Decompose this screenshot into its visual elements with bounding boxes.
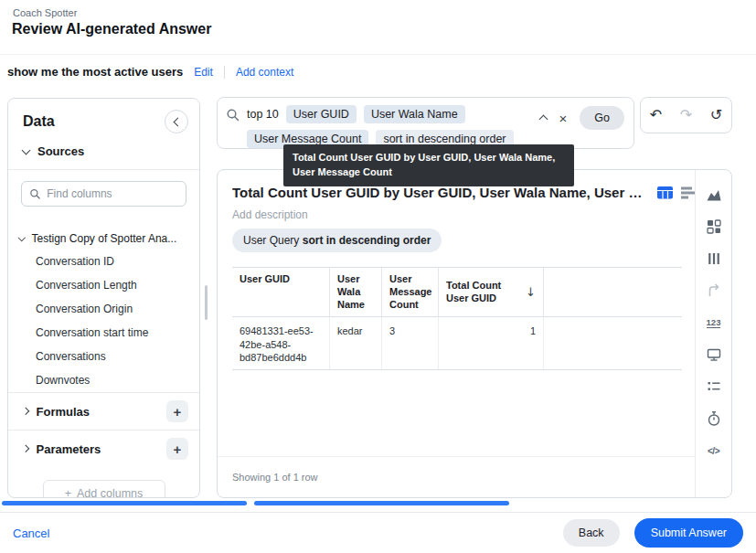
column-header-label: Total Count User GUID bbox=[446, 280, 522, 305]
undo-icon[interactable]: ↶ bbox=[650, 108, 662, 122]
data-panel: Data Sources Testign Copy of Spotter Ana… bbox=[7, 98, 200, 498]
search-token[interactable]: top 10 bbox=[247, 108, 279, 121]
table-cell-empty bbox=[544, 317, 682, 369]
answer-card: Total Count User GUID by User GUID, User… bbox=[217, 169, 732, 498]
table-cell: kedar bbox=[330, 317, 382, 369]
add-columns-button[interactable]: + Add columns bbox=[43, 480, 165, 498]
add-parameter-button[interactable]: + bbox=[166, 438, 188, 460]
collapse-search-button[interactable] bbox=[540, 110, 547, 126]
app-name: Coach Spotter bbox=[13, 7, 77, 18]
find-columns-input[interactable] bbox=[47, 187, 178, 200]
footer-bar: Cancel Back Submit Answer bbox=[0, 512, 756, 553]
column-header[interactable]: User Message Count bbox=[382, 268, 439, 316]
submit-answer-button[interactable]: Submit Answer bbox=[634, 518, 743, 548]
query-filter-chip[interactable]: User Query sort in descending order bbox=[232, 229, 442, 252]
column-header[interactable]: User Wala Name bbox=[330, 268, 382, 316]
format-123-icon[interactable]: 123 bbox=[706, 314, 722, 331]
column-header-empty bbox=[544, 268, 682, 316]
search-token-chip[interactable]: User Wala Name bbox=[364, 105, 465, 123]
column-item[interactable]: Conversation Length bbox=[8, 273, 199, 297]
add-description-placeholder[interactable]: Add description bbox=[232, 208, 308, 221]
reset-icon[interactable]: ↺ bbox=[710, 108, 722, 122]
view-toggles bbox=[656, 186, 697, 200]
column-header-sorted[interactable]: Total Count User GUID ↓ bbox=[439, 268, 544, 316]
table-cell: 69481331-ee53-42be-a548-bd87be6ddd4b bbox=[232, 317, 330, 369]
parameters-section-toggle[interactable]: Parameters + bbox=[8, 430, 199, 467]
sources-label: Sources bbox=[37, 144, 84, 158]
parameters-label: Parameters bbox=[37, 442, 101, 456]
horizontal-scrollbar-main[interactable] bbox=[254, 501, 509, 505]
source-node[interactable]: Testign Copy of Spotter Ana... bbox=[8, 229, 199, 250]
code-icon[interactable]: </> bbox=[706, 442, 722, 459]
page-title: Review AI-generated Answer bbox=[12, 21, 211, 37]
columns-icon[interactable] bbox=[706, 250, 722, 267]
query-row: show me the most active users Edit Add c… bbox=[7, 65, 293, 79]
column-item[interactable]: Conversation Origin bbox=[8, 297, 199, 321]
column-item[interactable]: Conversations bbox=[8, 345, 199, 368]
search-icon bbox=[226, 108, 240, 122]
spotter-search-bar: top 10 User GUID User Wala Name User Mes… bbox=[217, 97, 634, 149]
query-row-divider bbox=[224, 66, 225, 79]
sources-section-toggle[interactable]: Sources bbox=[8, 141, 199, 170]
cancel-link[interactable]: Cancel bbox=[13, 526, 49, 540]
column-item[interactable]: Conversation ID bbox=[8, 250, 199, 273]
timer-icon[interactable] bbox=[706, 410, 722, 427]
data-panel-title: Data bbox=[23, 113, 55, 130]
filter-prefix: User Query bbox=[243, 234, 299, 247]
formulas-label: Formulas bbox=[37, 405, 91, 419]
answer-title[interactable]: Total Count User GUID by User GUID, User… bbox=[232, 185, 651, 200]
row-count-status: Showing 1 of 1 row bbox=[232, 472, 318, 483]
clear-search-button[interactable]: × bbox=[559, 112, 568, 125]
find-columns-box bbox=[21, 181, 186, 207]
move-icon[interactable] bbox=[706, 282, 722, 299]
pivot-icon[interactable] bbox=[706, 218, 722, 235]
chevron-left-icon bbox=[174, 117, 183, 126]
plus-icon: + bbox=[65, 487, 71, 498]
element-toolbar: 123 </> bbox=[695, 170, 731, 497]
search-icon bbox=[29, 187, 41, 201]
history-toolbar: ↶ ↷ ↺ bbox=[640, 97, 732, 133]
sort-descending-icon: ↓ bbox=[526, 285, 536, 300]
search-bar-controls: × Go bbox=[540, 106, 624, 130]
add-formula-button[interactable]: + bbox=[166, 400, 188, 422]
search-token-chip[interactable]: User GUID bbox=[286, 105, 357, 123]
add-context-link[interactable]: Add context bbox=[236, 66, 293, 79]
result-table: User GUID User Wala Name User Message Co… bbox=[232, 267, 682, 370]
horizontal-scrollbar-left[interactable] bbox=[2, 501, 247, 505]
chevron-down-icon bbox=[22, 146, 31, 155]
data-panel-header: Data bbox=[8, 99, 199, 141]
chevron-right-icon bbox=[22, 445, 29, 452]
column-item[interactable]: Conversation start time bbox=[8, 321, 199, 345]
add-columns-label: Add columns bbox=[77, 487, 143, 498]
redo-icon[interactable]: ↷ bbox=[680, 108, 692, 122]
chevron-down-icon bbox=[18, 234, 26, 241]
card-title-row: Total Count User GUID by User GUID, User… bbox=[232, 185, 697, 200]
edit-query-link[interactable]: Edit bbox=[194, 66, 213, 79]
user-query-text: show me the most active users bbox=[7, 65, 183, 79]
display-icon[interactable] bbox=[706, 346, 722, 363]
header-divider bbox=[0, 54, 756, 55]
title-tooltip: Total Count User GUID by User GUID, User… bbox=[283, 144, 574, 186]
panel-vertical-scrollbar[interactable] bbox=[205, 285, 208, 320]
table-cell: 3 bbox=[382, 317, 439, 369]
chevron-right-icon bbox=[22, 408, 29, 415]
table-view-icon[interactable] bbox=[656, 186, 674, 200]
chevron-up-icon bbox=[538, 115, 548, 124]
list-icon[interactable] bbox=[706, 378, 722, 395]
chart-icon[interactable] bbox=[706, 186, 722, 203]
table-cell: 1 bbox=[439, 317, 544, 369]
filter-value: sort in descending order bbox=[303, 234, 431, 247]
go-button[interactable]: Go bbox=[580, 106, 624, 130]
table-header-row: User GUID User Wala Name User Message Co… bbox=[232, 267, 682, 317]
collapse-panel-button[interactable] bbox=[165, 110, 188, 133]
card-footer-divider bbox=[218, 456, 696, 457]
back-button[interactable]: Back bbox=[563, 519, 620, 547]
column-item[interactable]: Downvotes bbox=[8, 368, 199, 392]
formulas-section-toggle[interactable]: Formulas + bbox=[8, 392, 199, 430]
column-header[interactable]: User GUID bbox=[232, 268, 330, 316]
columns-tree: Testign Copy of Spotter Ana... Conversat… bbox=[8, 218, 199, 392]
table-row: 69481331-ee53-42be-a548-bd87be6ddd4b ked… bbox=[232, 317, 682, 370]
source-name: Testign Copy of Spotter Ana... bbox=[32, 232, 177, 245]
